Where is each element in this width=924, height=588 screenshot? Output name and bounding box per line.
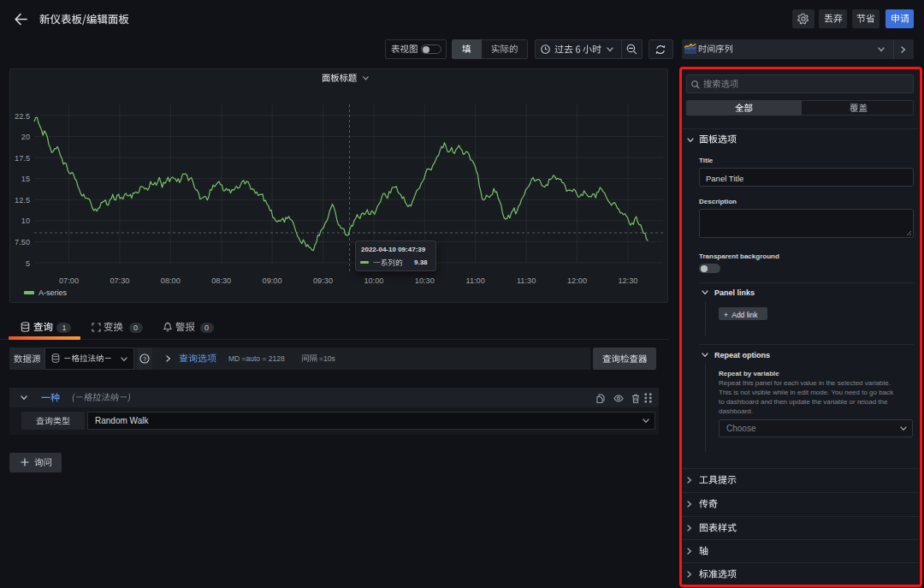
svg-text:5: 5 — [26, 259, 30, 268]
svg-text:?: ? — [143, 355, 146, 363]
svg-text:17.5: 17.5 — [15, 154, 30, 163]
svg-text:15: 15 — [21, 175, 30, 183]
svg-text:07:30: 07:30 — [110, 276, 129, 285]
svg-text:11:30: 11:30 — [517, 276, 536, 285]
svg-text:10:00: 10:00 — [364, 276, 383, 285]
svg-text:09:00: 09:00 — [263, 276, 282, 285]
svg-text:10:30: 10:30 — [415, 276, 435, 285]
svg-text:20: 20 — [21, 133, 30, 141]
svg-text:12:00: 12:00 — [567, 276, 587, 285]
svg-text:07:00: 07:00 — [59, 276, 79, 285]
svg-text:7.50: 7.50 — [15, 238, 30, 246]
svg-text:12.5: 12.5 — [15, 196, 30, 205]
svg-text:08:30: 08:30 — [211, 276, 231, 285]
svg-text:08:00: 08:00 — [161, 276, 181, 285]
svg-text:11:00: 11:00 — [466, 276, 485, 285]
svg-text:22.5: 22.5 — [15, 112, 30, 121]
svg-text:09:30: 09:30 — [313, 276, 333, 285]
svg-text:10: 10 — [21, 217, 30, 225]
svg-text:12:30: 12:30 — [618, 276, 637, 285]
